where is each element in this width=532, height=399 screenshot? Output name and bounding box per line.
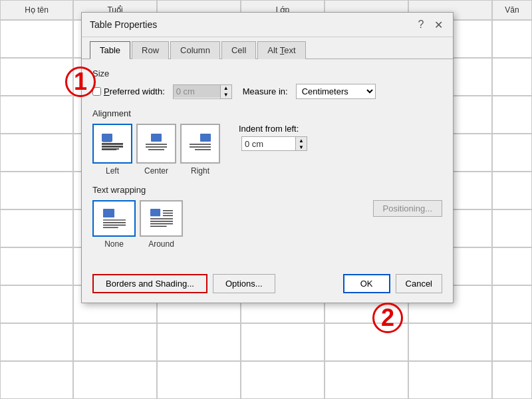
- align-left-icon: [100, 132, 124, 156]
- svg-rect-9: [151, 134, 162, 142]
- alignment-label: Alignment: [92, 108, 442, 118]
- spin-buttons: ▲ ▼: [220, 85, 231, 98]
- spin-down-button[interactable]: ▼: [221, 92, 231, 98]
- indent-input[interactable]: [242, 138, 295, 150]
- tab-table[interactable]: Table: [90, 41, 130, 59]
- dialog-content: Size Preferred width: ▲ ▼ Measure in:: [82, 59, 453, 269]
- svg-rect-13: [200, 134, 211, 142]
- alignment-section: Alignment: [92, 108, 442, 176]
- align-row: Left Ce: [92, 124, 442, 176]
- preferred-width-input-wrap: ▲ ▼: [173, 84, 232, 99]
- text-wrapping-section: Text wrapping: [92, 185, 442, 249]
- title-actions: ? ✕: [414, 18, 445, 31]
- dialog-footer: Borders and Shading... Options... OK Can…: [82, 269, 453, 303]
- wrap-option-around: Around: [140, 200, 183, 249]
- align-center-icon: [144, 132, 168, 156]
- size-section: Size Preferred width: ▲ ▼ Measure in:: [92, 68, 442, 99]
- measure-in-select[interactable]: Centimeters: [296, 84, 376, 99]
- spin-up-button[interactable]: ▲: [221, 85, 231, 92]
- wrap-option-none: None: [92, 200, 136, 249]
- annotation-2: 2: [372, 303, 403, 333]
- align-options: Left Ce: [92, 124, 220, 176]
- indent-spin-down[interactable]: ▼: [296, 144, 307, 150]
- tabs-bar: Table Row Column Cell Alt Text: [82, 37, 453, 59]
- svg-rect-22: [150, 208, 160, 215]
- wrap-none-button[interactable]: [92, 200, 136, 237]
- text-wrapping-label: Text wrapping: [92, 185, 442, 195]
- wrap-around-button[interactable]: [140, 200, 183, 237]
- preferred-width-input[interactable]: [174, 85, 220, 98]
- indent-spin-up[interactable]: ▲: [296, 137, 307, 144]
- align-option-center: Center: [136, 124, 176, 176]
- align-option-right: Right: [180, 124, 220, 176]
- svg-rect-5: [102, 134, 112, 142]
- tab-cell[interactable]: Cell: [221, 41, 256, 59]
- preferred-width-label: Preferred width:: [104, 86, 165, 96]
- wrap-none-icon: [102, 207, 127, 230]
- positioning-button[interactable]: Positioning...: [373, 200, 442, 217]
- size-label: Size: [92, 68, 442, 78]
- wrap-around-label: Around: [148, 239, 174, 249]
- align-option-left: Left: [92, 124, 132, 176]
- indent-spin-buttons: ▲ ▼: [295, 137, 307, 150]
- alt-text-underline: T: [280, 45, 285, 55]
- tab-column[interactable]: Column: [170, 41, 220, 59]
- align-left-button[interactable]: [92, 124, 132, 164]
- wrap-options: None: [92, 200, 183, 249]
- align-left-label: Left: [106, 166, 119, 176]
- indent-input-wrap: ▲ ▼: [241, 136, 307, 151]
- indent-label: Indent from left:: [239, 124, 307, 134]
- annotation-1: 1: [65, 66, 96, 97]
- align-center-button[interactable]: [136, 124, 176, 164]
- footer-left: Borders and Shading... Options...: [92, 274, 275, 293]
- tab-row[interactable]: Row: [132, 41, 169, 59]
- svg-rect-17: [103, 208, 114, 217]
- borders-shading-button[interactable]: Borders and Shading...: [92, 274, 207, 293]
- ok-button[interactable]: OK: [343, 274, 390, 293]
- footer-right: OK Cancel: [343, 274, 442, 293]
- dialog-title: Table Properties: [90, 19, 157, 30]
- wrap-row: None: [92, 200, 442, 249]
- close-button[interactable]: ✕: [432, 18, 445, 31]
- measure-in-label: Measure in:: [243, 86, 288, 96]
- align-right-label: Right: [191, 166, 209, 176]
- wrap-around-icon: [149, 207, 174, 230]
- help-button[interactable]: ?: [414, 18, 428, 31]
- align-right-button[interactable]: [180, 124, 220, 164]
- preferred-width-checkbox-label[interactable]: Preferred width:: [92, 86, 165, 96]
- options-button[interactable]: Options...: [213, 274, 275, 293]
- wrap-none-label: None: [104, 239, 124, 249]
- align-center-label: Center: [144, 166, 168, 176]
- cancel-button[interactable]: Cancel: [396, 274, 442, 293]
- dialog-overlay: Table Properties ? ✕ Table Row Column Ce…: [0, 0, 532, 399]
- table-properties-dialog: Table Properties ? ✕ Table Row Column Ce…: [81, 12, 454, 303]
- size-row: Preferred width: ▲ ▼ Measure in: Centime…: [92, 84, 442, 99]
- positioning-wrap: Positioning...: [373, 200, 442, 217]
- indent-section: Indent from left: ▲ ▼: [239, 124, 307, 151]
- align-right-icon: [188, 132, 212, 156]
- title-bar: Table Properties ? ✕: [82, 13, 453, 37]
- tab-alt-text[interactable]: Alt Text: [257, 41, 305, 59]
